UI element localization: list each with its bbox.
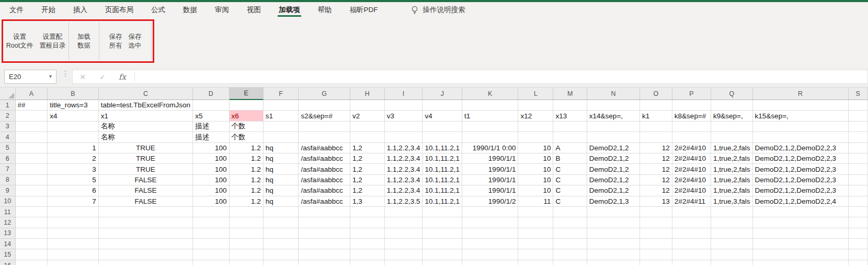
cell-S8[interactable] <box>849 175 868 185</box>
cell-C9[interactable]: FALSE <box>99 185 193 196</box>
cell-O14[interactable] <box>640 239 672 249</box>
row-header-5[interactable]: 5 <box>0 143 16 153</box>
cell-N2[interactable]: x14&sep=, <box>587 111 640 121</box>
cell-B15[interactable] <box>48 249 98 260</box>
cell-P14[interactable] <box>672 239 711 249</box>
cell-E5[interactable]: 1.2 <box>230 143 264 153</box>
cell-L7[interactable]: 10 <box>518 164 553 174</box>
cell-I16[interactable] <box>385 260 423 265</box>
cell-O12[interactable] <box>640 217 672 228</box>
cell-O1[interactable] <box>640 100 672 111</box>
cell-J12[interactable] <box>422 217 462 228</box>
cell-G2[interactable]: s2&sep=# <box>299 111 350 121</box>
cell-L4[interactable] <box>518 132 553 142</box>
cell-I10[interactable]: 1.1,2.2,3.5 <box>385 196 423 207</box>
cell-O7[interactable]: 12 <box>640 164 672 174</box>
cell-C11[interactable] <box>99 207 193 217</box>
row-header-1[interactable]: 1 <box>0 100 16 111</box>
ribbon-tab-文件[interactable]: 文件 <box>9 2 24 18</box>
cell-L5[interactable]: 10 <box>518 143 553 153</box>
cell-I11[interactable] <box>385 207 423 217</box>
cell-R15[interactable] <box>753 249 849 260</box>
cell-H8[interactable]: 1,2 <box>350 175 385 185</box>
ribbon-tab-开始[interactable]: 开始 <box>41 2 55 18</box>
cell-G12[interactable] <box>299 217 350 228</box>
cell-A15[interactable] <box>16 249 48 260</box>
cell-C13[interactable] <box>99 228 193 239</box>
cell-S6[interactable] <box>849 153 868 164</box>
cell-I15[interactable] <box>385 249 423 260</box>
cell-C6[interactable]: TRUE <box>99 153 193 164</box>
cell-J5[interactable]: 10.1,11.2,1 <box>422 143 462 153</box>
cell-I8[interactable]: 1.1,2.2,3.4 <box>385 175 423 185</box>
cell-R14[interactable] <box>753 239 849 249</box>
cell-N8[interactable]: DemoD2,1,2 <box>587 175 640 185</box>
cell-D13[interactable] <box>193 228 229 239</box>
column-header-A[interactable]: A <box>16 87 48 100</box>
cell-P15[interactable] <box>672 249 711 260</box>
cell-L9[interactable]: 10 <box>518 185 553 196</box>
cell-R11[interactable] <box>753 207 849 217</box>
cell-L16[interactable] <box>518 260 553 265</box>
cell-S9[interactable] <box>849 185 868 196</box>
cell-H4[interactable] <box>350 132 385 142</box>
cell-R12[interactable] <box>753 217 849 228</box>
cell-F3[interactable] <box>264 122 299 132</box>
cell-S12[interactable] <box>849 217 868 228</box>
cell-E11[interactable] <box>230 207 264 217</box>
cell-N14[interactable] <box>587 239 640 249</box>
cell-G11[interactable] <box>299 207 350 217</box>
cell-M1[interactable] <box>553 100 587 111</box>
cell-D6[interactable]: 100 <box>193 153 229 164</box>
cell-P16[interactable] <box>672 260 711 265</box>
select-all-button[interactable] <box>0 87 16 100</box>
cell-A3[interactable] <box>16 122 48 132</box>
cell-K2[interactable]: t1 <box>462 111 518 121</box>
column-header-B[interactable]: B <box>48 87 98 100</box>
row-header-4[interactable]: 4 <box>0 132 16 142</box>
cell-J15[interactable] <box>422 249 462 260</box>
cell-L3[interactable] <box>518 122 553 132</box>
cell-D14[interactable] <box>193 239 229 249</box>
ribbon-button-保存所有[interactable]: 保存所有 <box>106 30 125 52</box>
cell-P12[interactable] <box>672 217 711 228</box>
cell-S10[interactable] <box>849 196 868 207</box>
cell-D1[interactable] <box>193 100 229 111</box>
cell-N16[interactable] <box>587 260 640 265</box>
row-header-13[interactable]: 13 <box>0 228 16 239</box>
cell-P5[interactable]: 2#2#4#10 <box>672 143 711 153</box>
cell-H5[interactable]: 1,2 <box>350 143 385 153</box>
name-box-dropdown-icon[interactable]: ▼ <box>48 74 53 79</box>
cell-L11[interactable] <box>518 207 553 217</box>
cell-N1[interactable] <box>587 100 640 111</box>
cell-O2[interactable]: k1 <box>640 111 672 121</box>
column-header-G[interactable]: G <box>299 87 350 100</box>
cell-L12[interactable] <box>518 217 553 228</box>
cell-N13[interactable] <box>587 228 640 239</box>
cell-M12[interactable] <box>553 217 587 228</box>
ribbon-tab-审阅[interactable]: 审阅 <box>215 2 229 18</box>
cell-Q6[interactable]: 1,true,2,fals <box>711 153 753 164</box>
ribbon-tab-福昕PDF[interactable]: 福昕PDF <box>350 2 378 18</box>
cell-N4[interactable] <box>587 132 640 142</box>
cell-G14[interactable] <box>299 239 350 249</box>
cell-P4[interactable] <box>672 132 711 142</box>
cell-N7[interactable]: DemoD2,1,2 <box>587 164 640 174</box>
cell-I7[interactable]: 1.1,2.2,3.4 <box>385 164 423 174</box>
cell-E6[interactable]: 1.2 <box>230 153 264 164</box>
cell-H14[interactable] <box>350 239 385 249</box>
cell-L10[interactable]: 11 <box>518 196 553 207</box>
cell-S16[interactable] <box>849 260 868 265</box>
cell-B5[interactable]: 1 <box>48 143 98 153</box>
cell-K6[interactable]: 1990/1/1 <box>462 153 518 164</box>
cell-A11[interactable] <box>16 207 48 217</box>
cell-P9[interactable]: 2#2#4#10 <box>672 185 711 196</box>
cell-H9[interactable]: 1,2 <box>350 185 385 196</box>
cell-P8[interactable]: 2#2#4#10 <box>672 175 711 185</box>
cell-C15[interactable] <box>99 249 193 260</box>
cell-R9[interactable]: DemoD2,1,2,DemoD2,2,3 <box>753 185 849 196</box>
cell-K3[interactable] <box>462 122 518 132</box>
cell-K11[interactable] <box>462 207 518 217</box>
cell-D2[interactable]: x5 <box>193 111 229 121</box>
cell-O3[interactable] <box>640 122 672 132</box>
